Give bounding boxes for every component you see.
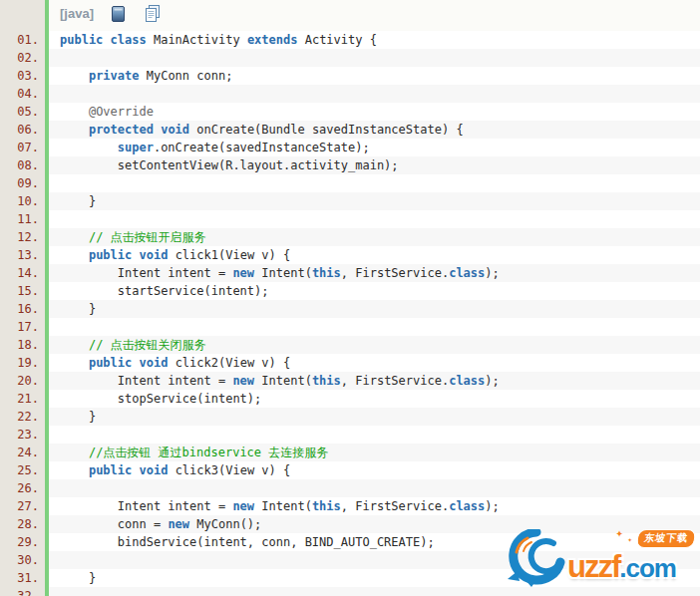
line-number: 05. [0, 103, 45, 121]
code-text: public void click1(View v) { [49, 246, 700, 264]
code-text [49, 318, 700, 336]
code-text: @Override [49, 103, 700, 121]
code-line: 09. [0, 174, 700, 192]
code-text: Intent intent = new Intent(this, FirstSe… [49, 497, 700, 515]
gutter-divider [45, 0, 49, 596]
code-lines: 01.public class MainActivity extends Act… [0, 31, 700, 596]
code-text: //点击按钮 通过bindservice 去连接服务 [49, 444, 700, 461]
code-text: setContentView(R.layout.activity_main); [49, 156, 700, 174]
line-number: 06. [0, 121, 45, 139]
code-line: 10. } [0, 192, 700, 210]
line-number: 32. [0, 587, 45, 596]
code-text: protected void onCreate(Bundle savedInst… [49, 121, 700, 139]
code-line: 24. //点击按钮 通过bindservice 去连接服务 [0, 444, 700, 461]
code-line: 22. } [0, 408, 700, 426]
line-number: 31. [0, 569, 45, 587]
code-text: } [49, 300, 700, 318]
code-line: 16. } [0, 300, 700, 318]
line-number: 30. [0, 551, 45, 569]
code-text [49, 85, 700, 103]
code-snippet-viewer: [java] 01.public class MainActivity exte… [0, 0, 700, 596]
line-number: 11. [0, 210, 45, 228]
line-number: 24. [0, 444, 45, 461]
language-label: [java] [60, 6, 94, 21]
line-number: 09. [0, 174, 45, 192]
line-number: 14. [0, 264, 45, 282]
code-text: public void click3(View v) { [49, 461, 700, 479]
code-line: 08. setContentView(R.layout.activity_mai… [0, 156, 700, 174]
code-text: // 点击按钮开启服务 [49, 228, 700, 246]
code-line: 15. startService(intent); [0, 282, 700, 300]
line-number: 17. [0, 318, 45, 336]
code-line: 06. protected void onCreate(Bundle saved… [0, 121, 700, 139]
site-badge: 东坡下载 [636, 529, 697, 548]
code-line: 25. public void click3(View v) { [0, 461, 700, 479]
code-line: 11. [0, 210, 700, 228]
sparkle-icon: ✦ [627, 535, 632, 544]
code-line: 21. stopService(intent); [0, 390, 700, 408]
line-number: 27. [0, 497, 45, 515]
line-number: 25. [0, 461, 45, 479]
line-number: 22. [0, 408, 45, 426]
line-number: 29. [0, 533, 45, 551]
brand-name: uzzf [567, 549, 619, 584]
line-number: 15. [0, 282, 45, 300]
code-text [49, 49, 700, 67]
line-number: 28. [0, 515, 45, 533]
code-text: // 点击按钮关闭服务 [49, 336, 700, 354]
code-text: super.onCreate(savedInstanceState); [49, 139, 700, 156]
brand-wordmark: uzzf.com [567, 549, 676, 585]
code-text: stopService(intent); [49, 390, 700, 408]
code-line: 14. Intent intent = new Intent(this, Fir… [0, 264, 700, 282]
line-number: 23. [0, 426, 45, 444]
line-number: 12. [0, 228, 45, 246]
copy-code-icon[interactable] [145, 5, 161, 22]
line-number: 10. [0, 192, 45, 210]
code-text: Intent intent = new Intent(this, FirstSe… [49, 372, 700, 390]
view-source-icon[interactable] [112, 6, 125, 22]
code-text [49, 174, 700, 192]
line-number: 04. [0, 85, 45, 103]
code-line: 20. Intent intent = new Intent(this, Fir… [0, 372, 700, 390]
code-line: 07. super.onCreate(savedInstanceState); [0, 139, 700, 156]
line-number: 26. [0, 479, 45, 497]
code-text [49, 210, 700, 228]
code-line: 13. public void click1(View v) { [0, 246, 700, 264]
code-line: 23. [0, 426, 700, 444]
line-number: 20. [0, 372, 45, 390]
code-text: Intent intent = new Intent(this, FirstSe… [49, 264, 700, 282]
code-line: 01.public class MainActivity extends Act… [0, 31, 700, 49]
code-line: 19. public void click2(View v) { [0, 354, 700, 372]
code-line: 18. // 点击按钮关闭服务 [0, 336, 700, 354]
line-number: 13. [0, 246, 45, 264]
code-text: } [49, 408, 700, 426]
code-line: 04. [0, 85, 700, 103]
code-line: 12. // 点击按钮开启服务 [0, 228, 700, 246]
code-line: 05. @Override [0, 103, 700, 121]
sparkle-icon: ✦ [615, 525, 623, 540]
code-text: } [49, 192, 700, 210]
brand-tld: .com [619, 553, 676, 583]
code-text [49, 479, 700, 497]
code-header: [java] [49, 0, 700, 31]
code-text: private MyConn conn; [49, 67, 700, 85]
code-line: 02. [0, 49, 700, 67]
code-text: public class MainActivity extends Activi… [49, 31, 700, 49]
code-text [49, 426, 700, 444]
line-number: 16. [0, 300, 45, 318]
code-line: 26. [0, 479, 700, 497]
line-number: 01. [0, 31, 45, 49]
line-number: 02. [0, 49, 45, 67]
swirl-logo-icon [504, 529, 569, 592]
uzzf-watermark-logo: uzzf.com ✦ ✦ 东坡下载 [504, 529, 695, 593]
code-text: startService(intent); [49, 282, 700, 300]
code-line: 27. Intent intent = new Intent(this, Fir… [0, 497, 700, 515]
line-number: 18. [0, 336, 45, 354]
line-number: 08. [0, 156, 45, 174]
code-line: 03. private MyConn conn; [0, 67, 700, 85]
code-line: 17. [0, 318, 700, 336]
line-number: 03. [0, 67, 45, 85]
line-number: 07. [0, 139, 45, 156]
code-text: public void click2(View v) { [49, 354, 700, 372]
line-number: 19. [0, 354, 45, 372]
